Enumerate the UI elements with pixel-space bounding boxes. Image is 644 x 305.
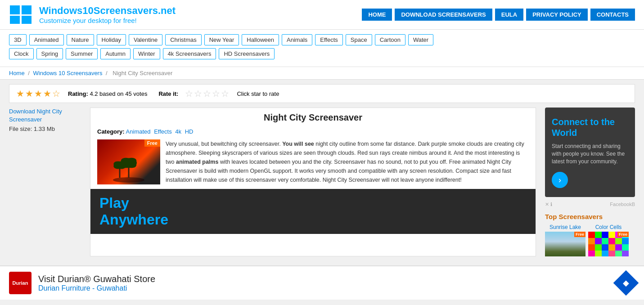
fb-ad-close[interactable]: ✕ ℹ (545, 202, 552, 207)
top-sc-item-sunrise: Sunrise Lake Free (545, 224, 585, 256)
file-size: File size: 1.33 Mb (9, 126, 55, 132)
play-anywhere-ad: Play Anywhere (90, 189, 536, 234)
ad-diamond-icon: ◆ (613, 270, 639, 296)
bottom-ad: Durian Visit Durian® Guwahati Store Duri… (0, 265, 644, 300)
privacy-button[interactable]: PRIVACY POLICY (526, 9, 588, 21)
screensaver-title: Night City Screensaver (97, 112, 529, 123)
rate-stars[interactable]: ☆☆☆☆☆ (185, 88, 230, 99)
download-link[interactable]: Download Night City Screensaver (9, 108, 81, 124)
sunrise-thumbnail: Free (545, 232, 585, 256)
site-title: Windows10Screensavers.net (39, 5, 176, 17)
fb-ad-title: Connect to the World (552, 117, 628, 138)
svg-rect-2 (10, 16, 20, 24)
svg-point-4 (113, 177, 144, 183)
rate-it-label: Rate it: (158, 90, 178, 97)
cat-animated[interactable]: Animated (29, 34, 64, 45)
ad-subtitle: Durian Furniture - Guwahati (38, 284, 610, 292)
cat-hd[interactable]: HD Screensavers (219, 48, 275, 59)
cat-holiday[interactable]: Holiday (97, 34, 126, 45)
eula-button[interactable]: EULA (495, 9, 523, 21)
stars-filled: ★★★★☆ (16, 88, 61, 99)
svg-rect-1 (22, 5, 32, 14)
cat-nature[interactable]: Nature (67, 34, 94, 45)
home-button[interactable]: HOME (362, 9, 392, 21)
cat-clock[interactable]: Clock (9, 48, 34, 59)
cat-animals[interactable]: Animals (282, 34, 312, 45)
cat-link-4k[interactable]: 4k (175, 128, 181, 135)
cat-3d[interactable]: 3D (9, 34, 27, 45)
cat-halloween[interactable]: Halloween (242, 34, 279, 45)
category-nav: 3D Animated Nature Holiday Valentine Chr… (0, 30, 644, 67)
fb-ad-label: FacebookB (610, 202, 635, 207)
breadcrumb-sep-1: / (28, 70, 31, 76)
left-sidebar: Download Night City Screensaver File siz… (9, 108, 81, 256)
cat-autumn[interactable]: Autumn (100, 48, 131, 59)
download-button[interactable]: DOWNLOAD SCREENSAVERS (395, 9, 492, 21)
sunrise-link[interactable]: Sunrise Lake (545, 224, 585, 230)
fb-ad-text: Start connecting and sharing with people… (552, 143, 628, 165)
sc-description: Very unusual, but bewitching city screen… (166, 139, 529, 184)
cat-link-animated[interactable]: Animated (126, 128, 151, 135)
cat-cartoon[interactable]: Cartoon (375, 34, 405, 45)
sunrise-free-badge: Free (574, 232, 585, 237)
rating-bar: ★★★★☆ Rating: 4.2 based on 45 votes Rate… (9, 84, 635, 103)
top-sc-item-colorcells: Color Cells (588, 224, 629, 256)
contacts-button[interactable]: CONTACTS (590, 9, 635, 21)
logo-text: Windows10Screensavers.net Customize your… (39, 5, 176, 24)
main-container: Download Night City Screensaver File siz… (9, 103, 635, 261)
category-row-1: 3D Animated Nature Holiday Valentine Chr… (9, 34, 635, 45)
cat-link-effects[interactable]: Effects (154, 128, 172, 135)
cat-summer[interactable]: Summer (66, 48, 98, 59)
category-label: Category: (97, 128, 125, 135)
ad-text-block: Visit Durian® Guwahati Store Durian Furn… (38, 274, 610, 292)
breadcrumb-section[interactable]: Windows 10 Screensavers (33, 70, 103, 76)
main-layout: ★★★★☆ Rating: 4.2 based on 45 votes Rate… (0, 80, 644, 265)
category-row-2: Clock Spring Summer Autumn Winter 4k Scr… (9, 48, 635, 59)
durian-logo: Durian (9, 272, 32, 294)
cat-link-hd[interactable]: HD (185, 128, 194, 135)
file-size-value: 1.33 Mb (34, 126, 55, 132)
palm-illustration (111, 153, 147, 184)
center-content: Night City Screensaver Category: Animate… (90, 108, 536, 256)
cat-4k[interactable]: 4k Screensavers (163, 48, 216, 59)
cat-christmas[interactable]: Christmas (165, 34, 202, 45)
ad-title: Visit Durian® Guwahati Store (38, 274, 610, 284)
cat-space[interactable]: Space (346, 34, 372, 45)
sc-title-area: Night City Screensaver Category: Animate… (90, 108, 536, 184)
facebook-ad: Connect to the World Start connecting an… (545, 108, 635, 197)
fb-ad-footer: ✕ ℹ FacebookB (545, 201, 635, 208)
cat-water[interactable]: Water (408, 34, 433, 45)
rating-votes: 45 votes (125, 90, 147, 97)
top-screensavers-title: Top Screensavers (545, 213, 635, 220)
cat-newyear[interactable]: New Year (204, 34, 239, 45)
screensaver-image-wrap: Free (97, 139, 160, 184)
logo-area: Windows10Screensavers.net Customize your… (9, 4, 176, 25)
cat-winter[interactable]: Winter (133, 48, 160, 59)
fb-arrow-button[interactable]: › (552, 172, 568, 188)
cat-valentine[interactable]: Valentine (129, 34, 162, 45)
rating-value: 4.2 (90, 90, 98, 97)
breadcrumb: Home / Windows 10 Screensavers / Night C… (0, 67, 644, 80)
breadcrumb-sep-2: / (106, 70, 109, 76)
breadcrumb-current: Night City Screensaver (113, 70, 172, 76)
top-screensavers-grid: Sunrise Lake Free Color Cells (545, 224, 635, 256)
cat-spring[interactable]: Spring (36, 48, 63, 59)
colorcells-free-badge: Free (617, 232, 629, 237)
sc-body: Free Very unusual, but bewitching city s… (97, 139, 529, 184)
svg-rect-3 (22, 16, 32, 24)
free-badge: Free (144, 139, 160, 147)
click-to-rate: Click star to rate (237, 90, 279, 97)
header: Windows10Screensavers.net Customize your… (0, 0, 644, 30)
colorcells-thumbnail: Free (588, 232, 629, 256)
right-sidebar: Connect to the World Start connecting an… (545, 108, 635, 256)
colorcells-link[interactable]: Color Cells (588, 224, 629, 230)
sc-category-row: Category: Animated Effects 4k HD (97, 128, 529, 135)
site-subtitle: Customize your desktop for free! (39, 17, 176, 24)
svg-rect-0 (10, 5, 20, 14)
header-nav: HOME DOWNLOAD SCREENSAVERS EULA PRIVACY … (362, 9, 635, 21)
rating-label: Rating: 4.2 based on 45 votes (68, 90, 147, 97)
breadcrumb-home[interactable]: Home (9, 70, 25, 76)
play-ad-text: Play Anywhere (99, 195, 168, 228)
cat-effects[interactable]: Effects (315, 34, 343, 45)
windows-logo-icon (9, 4, 34, 25)
